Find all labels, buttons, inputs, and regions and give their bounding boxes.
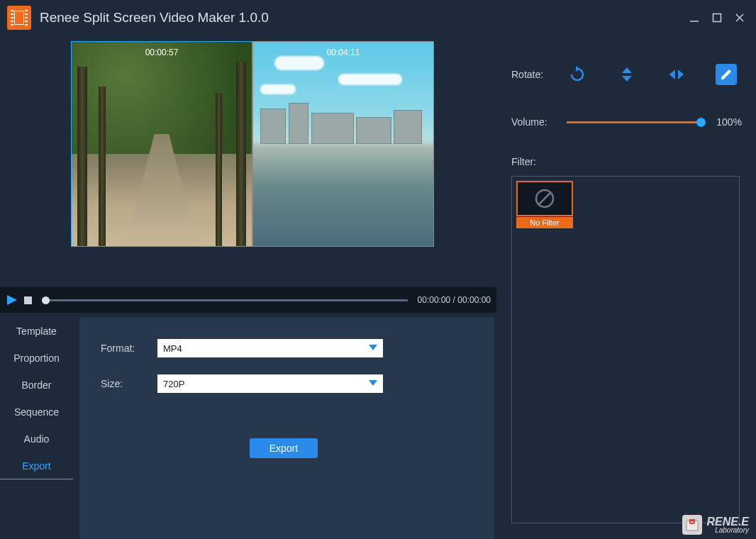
size-dropdown[interactable]: 720P — [157, 374, 383, 393]
no-filter-thumb — [516, 181, 573, 216]
svg-marker-9 — [622, 76, 632, 82]
filter-label: Filter: — [511, 156, 742, 167]
flip-horizontal-icon — [668, 66, 685, 83]
svg-rect-14 — [686, 521, 698, 530]
svg-marker-4 — [7, 295, 17, 305]
svg-marker-8 — [622, 67, 632, 73]
svg-marker-10 — [669, 70, 675, 79]
svg-rect-1 — [713, 14, 721, 22]
rotate-cw-button[interactable] — [567, 64, 588, 85]
tab-template[interactable]: Template — [0, 318, 73, 345]
app-icon — [7, 6, 31, 30]
right-panel: Rotate: Volume: 100% Filter: No — [497, 35, 756, 539]
time-display: 00:00:00 / 00:00:00 — [418, 295, 491, 305]
crop-button[interactable] — [716, 64, 737, 85]
format-dropdown[interactable]: MP4 — [157, 339, 383, 357]
chevron-down-icon — [369, 380, 377, 387]
clip-1[interactable]: 00:00:57 — [71, 41, 252, 247]
size-label: Size: — [101, 378, 157, 389]
volume-value: 100% — [710, 116, 742, 128]
svg-marker-6 — [369, 380, 377, 386]
brand-watermark: RENE.E Laboratory — [682, 515, 749, 535]
stop-button[interactable] — [24, 296, 32, 304]
titlebar: Renee Split Screen Video Maker 1.0.0 — [0, 0, 756, 35]
main-area: 00:00:57 00:04:11 00:00:00 / 00:00:00 Te — [0, 35, 496, 539]
format-value: MP4 — [163, 343, 182, 354]
maximize-button[interactable] — [712, 13, 722, 23]
volume-slider[interactable] — [567, 121, 701, 123]
brand-icon — [682, 515, 702, 535]
rotate-controls: Rotate: — [511, 64, 742, 85]
format-label: Format: — [101, 343, 157, 354]
svg-marker-7 — [576, 66, 580, 72]
svg-rect-15 — [691, 519, 694, 521]
svg-marker-11 — [678, 70, 684, 79]
flip-vertical-icon — [618, 66, 635, 83]
preview-area: 00:00:57 00:04:11 — [71, 41, 434, 247]
tab-border[interactable]: Border — [0, 372, 73, 399]
export-button[interactable]: Export — [250, 438, 318, 458]
tab-export[interactable]: Export — [0, 452, 73, 479]
brand-text: RENE.E Laboratory — [706, 516, 749, 534]
timeline-slider[interactable] — [42, 299, 408, 301]
minimize-button[interactable] — [689, 13, 699, 23]
clip-2-thumbnail — [253, 42, 433, 246]
volume-label: Volume: — [511, 116, 561, 128]
tabs-sidebar: Template Proportion Border Sequence Audi… — [0, 318, 73, 479]
tab-proportion[interactable]: Proportion — [0, 345, 73, 372]
filter-list: No Filter — [511, 176, 740, 523]
rotate-icon — [569, 66, 586, 83]
svg-marker-5 — [369, 345, 377, 350]
clip-2[interactable]: 00:04:11 — [252, 41, 434, 247]
chevron-down-icon — [369, 345, 377, 352]
rotate-label: Rotate: — [511, 69, 561, 80]
close-button[interactable] — [735, 13, 745, 23]
svg-line-13 — [538, 192, 551, 205]
app-title: Renee Split Screen Video Maker 1.0.0 — [40, 10, 689, 26]
filter-item-none[interactable]: No Filter — [516, 181, 573, 228]
tab-sequence[interactable]: Sequence — [0, 399, 73, 426]
clip-1-thumbnail — [72, 42, 252, 246]
flip-vertical-button[interactable] — [616, 64, 638, 85]
pencil-icon — [719, 67, 733, 82]
tab-audio[interactable]: Audio — [0, 426, 73, 452]
no-filter-label: No Filter — [516, 217, 573, 228]
play-button[interactable] — [6, 294, 18, 306]
playback-bar: 00:00:00 / 00:00:00 — [0, 287, 496, 313]
no-filter-icon — [534, 188, 555, 209]
clip-1-timestamp: 00:00:57 — [72, 48, 252, 57]
format-row: Format: MP4 — [101, 339, 473, 357]
flip-horizontal-button[interactable] — [666, 64, 687, 85]
window-controls — [689, 13, 749, 23]
size-row: Size: 720P — [101, 374, 473, 393]
size-value: 720P — [163, 379, 184, 389]
volume-controls: Volume: 100% — [511, 116, 742, 128]
export-panel: Format: MP4 Size: 720P Export — [79, 318, 494, 539]
clip-2-timestamp: 00:04:11 — [253, 48, 433, 57]
